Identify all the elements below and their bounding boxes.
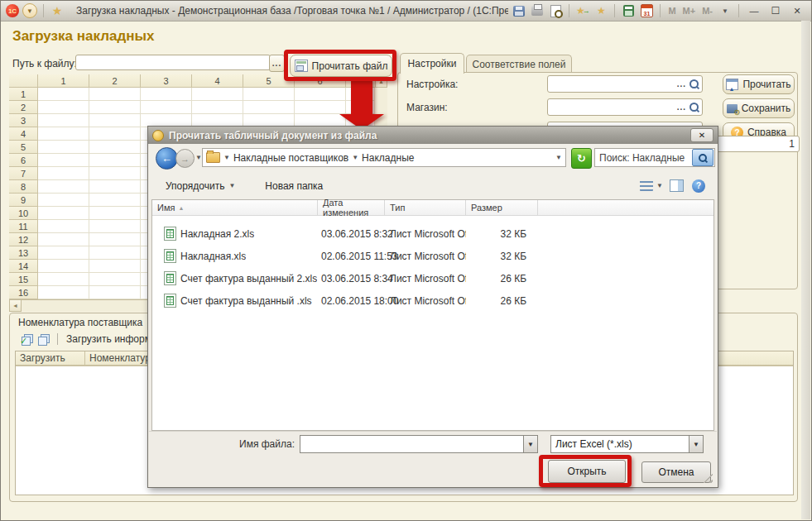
grid-cell[interactable] <box>38 180 89 194</box>
grid-column-header[interactable]: 1 <box>38 74 89 88</box>
grid-row-header[interactable]: 9 <box>9 194 38 207</box>
grid-cell[interactable] <box>38 127 89 141</box>
memory-m-button[interactable]: M <box>666 6 677 16</box>
filetype-dropdown-icon[interactable]: ▼ <box>689 436 703 452</box>
grid-cell[interactable] <box>89 220 141 233</box>
grid-scroll-left-button[interactable]: ◄ <box>9 299 22 312</box>
minimize-button[interactable]: — <box>745 4 763 17</box>
back-button[interactable]: ← <box>156 147 178 170</box>
file-row[interactable]: Счет фактура выданный .xls 02.06.2015 18… <box>152 289 714 312</box>
refresh-button[interactable]: ↻ <box>571 148 592 169</box>
grid-cell[interactable] <box>38 194 89 207</box>
search-box[interactable]: Поиск: Накладные <box>594 148 715 167</box>
grid-cell[interactable] <box>89 194 141 207</box>
grid-cell[interactable] <box>192 101 243 114</box>
grid-cell[interactable] <box>89 101 141 114</box>
print-preview-icon[interactable] <box>548 4 563 17</box>
shop-input[interactable]: ... <box>547 98 703 116</box>
search-input[interactable]: Поиск: Накладные <box>595 152 692 164</box>
organize-button[interactable]: Упорядочить▼ <box>162 179 238 194</box>
grid-cell[interactable] <box>89 286 141 299</box>
grid-cell[interactable] <box>38 246 89 260</box>
breadcrumb-chevron-icon[interactable]: ▼ <box>223 154 230 161</box>
grid-cell[interactable] <box>243 88 295 101</box>
filetype-combo[interactable]: Лист Excel (*.xls) ▼ <box>550 435 704 453</box>
grid-cell[interactable] <box>38 141 89 154</box>
favorites-star-icon[interactable]: ★ <box>50 4 65 17</box>
grid-cell[interactable] <box>89 273 141 286</box>
views-icon[interactable] <box>640 180 653 191</box>
supplier-col-load[interactable]: Загрузить <box>16 351 85 366</box>
setting-browse[interactable]: ... <box>677 79 686 88</box>
grid-cell[interactable] <box>89 246 141 260</box>
grid-row-header[interactable]: 16 <box>9 286 38 299</box>
grid-row-header[interactable]: 4 <box>9 127 38 141</box>
file-path-browse-button[interactable]: ... <box>269 55 285 72</box>
uncheck-all-icon[interactable] <box>38 334 49 345</box>
grid-row-header[interactable]: 12 <box>9 233 38 246</box>
grid-column-header[interactable]: 2 <box>89 74 141 88</box>
grid-cell[interactable] <box>89 207 141 220</box>
nav-history-chevron-icon[interactable]: ▼ <box>195 154 202 161</box>
grid-cell[interactable] <box>243 101 295 114</box>
grid-row-header[interactable]: 14 <box>9 260 38 273</box>
grid-row-header[interactable]: 8 <box>9 180 38 194</box>
save-settings-button[interactable]: Сохранить <box>723 98 795 118</box>
shop-browse[interactable]: ... <box>677 103 686 112</box>
grid-row-header[interactable]: 7 <box>9 167 38 180</box>
grid-cell[interactable] <box>38 101 89 114</box>
dialog-help-icon[interactable]: ? <box>692 179 705 193</box>
grid-cell[interactable] <box>141 101 192 114</box>
toolbar-overflow-chevron-icon[interactable]: ▼ <box>718 4 733 17</box>
read-button[interactable]: Прочитать <box>723 74 795 94</box>
address-dropdown-chevron-icon[interactable]: ▼ <box>555 154 562 161</box>
grid-cell[interactable] <box>38 286 89 299</box>
grid-cell[interactable] <box>38 220 89 233</box>
star-add-icon[interactable]: ★ <box>593 4 608 17</box>
filename-combo[interactable]: ▼ <box>300 435 538 453</box>
memory-mminus-button[interactable]: M- <box>700 6 714 16</box>
grid-cell[interactable] <box>38 88 89 101</box>
grid-cell[interactable] <box>89 154 141 167</box>
column-size[interactable]: Размер <box>466 200 538 215</box>
new-folder-button[interactable]: Новая папка <box>262 179 326 194</box>
grid-cell[interactable] <box>89 233 141 246</box>
maximize-button[interactable]: ☐ <box>766 4 785 17</box>
grid-cell[interactable] <box>38 260 89 273</box>
form-vscrollbar[interactable] <box>801 21 810 519</box>
grid-row-header[interactable]: 15 <box>9 273 38 286</box>
memory-mplus-button[interactable]: M+ <box>681 6 698 16</box>
grid-corner-cell[interactable] <box>9 74 38 88</box>
star-forward-icon[interactable]: ★→ <box>575 4 590 17</box>
check-all-icon[interactable]: ✓ <box>22 334 32 345</box>
grid-cell[interactable] <box>141 88 192 101</box>
grid-row-header[interactable]: 1 <box>9 88 38 101</box>
grid-cell[interactable] <box>295 101 346 114</box>
search-go-button[interactable] <box>692 149 714 166</box>
grid-row-header[interactable]: 2 <box>9 101 38 114</box>
grid-row-header[interactable]: 10 <box>9 207 38 220</box>
column-date[interactable]: Дата изменения <box>318 200 385 215</box>
setting-input[interactable]: ... <box>547 75 703 93</box>
dialog-close-button[interactable]: ✕ <box>690 128 714 142</box>
file-row[interactable]: Накладная 2.xls 03.06.2015 8:32 Лист Mic… <box>152 222 714 245</box>
grid-cell[interactable] <box>38 207 89 220</box>
grid-cell[interactable] <box>89 88 141 101</box>
calculator-icon[interactable] <box>621 4 636 17</box>
shop-search-icon[interactable] <box>689 103 699 112</box>
grid-column-header[interactable]: 4 <box>192 74 243 88</box>
tab-field-mapping[interactable]: Соответствие полей <box>466 55 572 74</box>
calendar-icon[interactable]: 31 <box>639 4 654 17</box>
load-info-button[interactable]: Загрузить информ <box>66 333 151 345</box>
grid-row-header[interactable]: 3 <box>9 114 38 127</box>
filename-dropdown-icon[interactable]: ▼ <box>523 436 537 452</box>
breadcrumb-item[interactable]: Накладные поставщиков <box>233 152 348 164</box>
grid-row-header[interactable]: 5 <box>9 141 38 154</box>
grid-row-header[interactable]: 13 <box>9 246 38 260</box>
grid-cell[interactable] <box>89 180 141 194</box>
file-row[interactable]: Счет фактура выданный 2.xls 03.06.2015 8… <box>152 267 714 289</box>
cancel-button[interactable]: Отмена <box>641 461 711 483</box>
setting-search-icon[interactable] <box>689 79 699 88</box>
breadcrumb-item[interactable]: Накладные <box>362 152 414 164</box>
save-icon[interactable] <box>512 4 526 17</box>
